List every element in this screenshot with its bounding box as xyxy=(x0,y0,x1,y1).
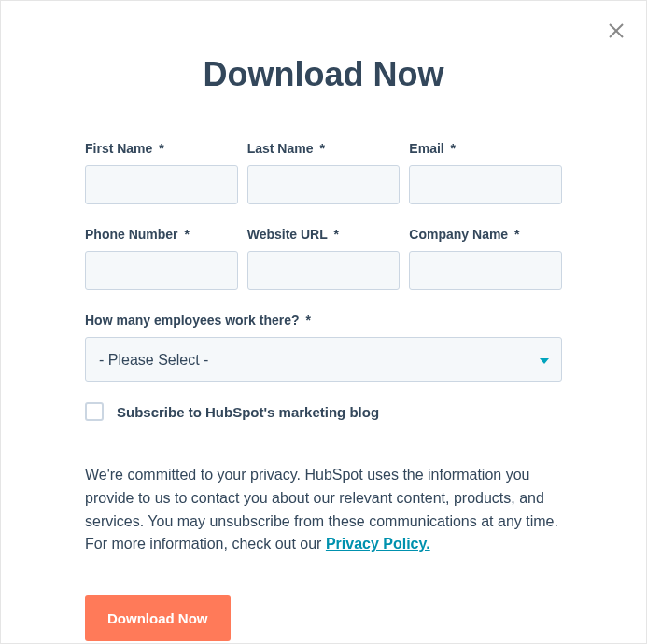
required-asterisk: * xyxy=(305,313,310,328)
website-label: Website URL * xyxy=(247,227,401,242)
required-asterisk: * xyxy=(451,141,456,156)
employees-select[interactable]: - Please Select - xyxy=(85,337,562,382)
label-text: Company Name xyxy=(409,227,508,242)
privacy-text: We're committed to your privacy. HubSpot… xyxy=(85,464,562,556)
company-label: Company Name * xyxy=(409,227,562,242)
download-modal: Download Now First Name * Last Name * Em… xyxy=(0,0,647,644)
phone-label: Phone Number * xyxy=(85,227,238,242)
website-input[interactable] xyxy=(247,251,401,290)
label-text: How many employees work there? xyxy=(85,313,300,328)
label-text: Last Name xyxy=(247,141,314,156)
email-input[interactable] xyxy=(409,165,562,204)
label-text: Website URL xyxy=(247,227,328,242)
field-website: Website URL * xyxy=(247,227,401,290)
required-asterisk: * xyxy=(319,141,324,156)
field-last-name: Last Name * xyxy=(247,141,401,204)
field-email: Email * xyxy=(409,141,562,204)
email-label: Email * xyxy=(409,141,562,156)
field-first-name: First Name * xyxy=(85,141,238,204)
first-name-label: First Name * xyxy=(85,141,238,156)
close-button[interactable] xyxy=(605,20,627,42)
close-icon xyxy=(605,20,627,42)
first-name-input[interactable] xyxy=(85,165,238,204)
field-company: Company Name * xyxy=(409,227,562,290)
privacy-body: We're committed to your privacy. HubSpot… xyxy=(85,467,558,552)
last-name-label: Last Name * xyxy=(247,141,401,156)
label-text: Email xyxy=(409,141,443,156)
label-text: First Name xyxy=(85,141,152,156)
required-asterisk: * xyxy=(333,227,338,242)
employees-label: How many employees work there? * xyxy=(85,313,562,328)
label-text: Phone Number xyxy=(85,227,178,242)
field-phone: Phone Number * xyxy=(85,227,238,290)
form-row-2: Phone Number * Website URL * Company Nam… xyxy=(85,227,562,290)
subscribe-label: Subscribe to HubSpot's marketing blog xyxy=(117,404,379,420)
company-input[interactable] xyxy=(409,251,562,290)
required-asterisk: * xyxy=(184,227,189,242)
last-name-input[interactable] xyxy=(247,165,401,204)
form-row-1: First Name * Last Name * Email * xyxy=(85,141,562,204)
required-asterisk: * xyxy=(159,141,163,156)
subscribe-row: Subscribe to HubSpot's marketing blog xyxy=(85,402,562,421)
phone-input[interactable] xyxy=(85,251,238,290)
modal-title: Download Now xyxy=(85,55,562,94)
submit-button[interactable]: Download Now xyxy=(85,595,231,641)
subscribe-checkbox[interactable] xyxy=(85,402,104,421)
employees-select-wrap: - Please Select - xyxy=(85,337,562,382)
privacy-policy-link[interactable]: Privacy Policy. xyxy=(326,536,430,552)
required-asterisk: * xyxy=(514,227,519,242)
field-employees: How many employees work there? * - Pleas… xyxy=(85,313,562,382)
